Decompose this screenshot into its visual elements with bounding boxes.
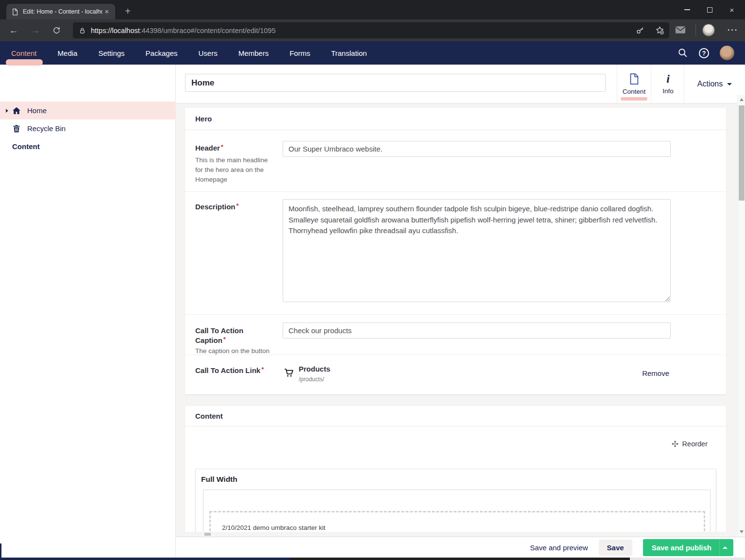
caret-spacer	[6, 127, 8, 131]
property-row-cta-link: Call To Action Link* Products /products/…	[185, 355, 726, 394]
cta-link-url: /products/	[299, 376, 324, 383]
url-text[interactable]: https://localhost:44398/umbraco#/content…	[91, 27, 636, 34]
horizontal-scrollbar[interactable]	[176, 532, 737, 537]
close-icon: ×	[730, 6, 734, 14]
nav-item-forms[interactable]: Forms	[289, 49, 310, 57]
save-button[interactable]: Save	[599, 540, 632, 556]
browser-titlebar: Edit: Home - Content - localhost × + ×	[0, 0, 745, 19]
cart-icon	[284, 368, 294, 378]
hero-group-title: Hero	[195, 115, 212, 123]
save-and-publish-button[interactable]: Save and publish	[643, 539, 733, 556]
header-help-text: This is the main headline for the hero a…	[195, 155, 275, 185]
block-full-width[interactable]: Full Width 2/10/2021 demo umbraco starte…	[195, 469, 716, 532]
new-tab-button[interactable]: +	[122, 6, 134, 17]
tab-close-icon[interactable]: ×	[102, 7, 111, 16]
tab-content-label: Content	[623, 88, 645, 95]
tree-item-label: Recycle Bin	[27, 124, 66, 133]
password-key-icon[interactable]	[636, 26, 644, 35]
mail-icon	[675, 26, 686, 34]
refresh-icon	[52, 26, 61, 34]
toolbar-separator	[695, 24, 696, 36]
active-tab-indicator	[621, 97, 647, 101]
cta-caption-label: Call To Action Caption*	[195, 326, 275, 345]
favorite-star-add-icon[interactable]	[655, 26, 664, 35]
hero-group-card: Hero Header* This is the main headline f…	[185, 108, 726, 394]
page-favicon-icon	[11, 8, 18, 16]
nav-item-translation[interactable]: Translation	[331, 49, 367, 57]
tree-item-recycle-bin[interactable]: Recycle Bin	[0, 119, 176, 137]
scroll-down-arrow[interactable]	[740, 530, 744, 533]
trash-icon	[12, 124, 21, 134]
mail-button[interactable]	[675, 26, 686, 36]
window-minimize-button[interactable]	[676, 0, 698, 19]
browser-menu-button[interactable]: ···	[723, 26, 743, 34]
window-maximize-button[interactable]	[698, 0, 721, 19]
description-textarea[interactable]: Moonfish, steelhead, lamprey southern fl…	[283, 199, 671, 302]
block-inner-area: 2/10/2021 demo umbraco starter kit	[203, 490, 711, 532]
editor-footer-bar: Save and preview Save Save and publish	[176, 537, 745, 558]
vertical-scroll-thumb[interactable]	[739, 105, 745, 201]
nav-item-users[interactable]: Users	[198, 49, 217, 57]
move-icon	[671, 440, 679, 448]
browser-profile-avatar[interactable]	[702, 24, 715, 36]
content-group-header: Content	[185, 406, 726, 426]
chevron-down-icon	[727, 83, 732, 85]
editor-scroll-area: Hero Header* This is the main headline f…	[176, 103, 737, 532]
tab-content[interactable]: Content	[617, 65, 651, 103]
search-icon[interactable]	[677, 48, 688, 58]
content-tree-panel: Content Home Recycle Bin	[0, 65, 176, 558]
home-icon	[12, 106, 21, 116]
nav-item-packages[interactable]: Packages	[146, 49, 178, 57]
document-name-input[interactable]	[185, 74, 606, 92]
required-mark: *	[237, 202, 239, 209]
resize-grip-icon[interactable]	[665, 296, 670, 302]
url-path: :44398/umbraco#/content/content/edit/109…	[140, 27, 276, 34]
refresh-button[interactable]	[50, 24, 63, 37]
remove-link-button[interactable]: Remove	[642, 369, 669, 377]
vertical-scrollbar[interactable]	[737, 95, 745, 537]
block-drop-zone[interactable]: 2/10/2021 demo umbraco starter kit	[209, 511, 705, 532]
chevron-up-icon	[723, 546, 728, 549]
publish-options-toggle[interactable]	[719, 539, 733, 556]
active-section-indicator	[6, 59, 43, 66]
required-mark: *	[221, 143, 223, 151]
block-title: Full Width	[201, 475, 237, 484]
nav-item-content[interactable]: Content	[11, 49, 37, 57]
nav-item-media[interactable]: Media	[58, 49, 78, 57]
save-and-preview-button[interactable]: Save and preview	[530, 543, 588, 552]
maximize-icon	[707, 7, 712, 13]
cta-link-title[interactable]: Products	[299, 365, 330, 373]
actions-dropdown[interactable]: Actions	[684, 65, 745, 103]
document-icon	[629, 73, 639, 85]
user-avatar[interactable]	[720, 46, 734, 60]
expand-caret-icon[interactable]	[6, 109, 8, 113]
nav-item-members[interactable]: Members	[238, 49, 269, 57]
window-close-button[interactable]: ×	[721, 0, 743, 19]
cta-caption-input[interactable]	[283, 322, 671, 339]
back-button[interactable]: ←	[7, 24, 20, 37]
editor-header: Content i Info Actions	[176, 65, 745, 103]
horizontal-scroll-thumb[interactable]	[204, 533, 211, 536]
minimize-icon	[684, 9, 690, 10]
tree-item-home[interactable]: Home	[0, 102, 176, 119]
nav-item-settings[interactable]: Settings	[98, 49, 124, 57]
block-item-text: 2/10/2021 demo umbraco starter kit	[222, 524, 325, 531]
url-bar[interactable]: https://localhost:44398/umbraco#/content…	[73, 22, 669, 38]
cta-link-label: Call To Action Link*	[195, 366, 275, 375]
description-label: Description*	[195, 202, 275, 212]
tab-info[interactable]: i Info	[651, 65, 685, 103]
forward-button[interactable]: →	[29, 24, 42, 37]
save-and-publish-label: Save and publish	[643, 539, 719, 556]
actions-label: Actions	[697, 80, 723, 88]
header-input[interactable]	[283, 141, 671, 157]
browser-tab[interactable]: Edit: Home - Content - localhost ×	[6, 4, 115, 19]
content-group-title: Content	[195, 412, 223, 420]
tab-title: Edit: Home - Content - localhost	[23, 8, 102, 15]
property-row-cta-caption: Call To Action Caption* The caption on t…	[185, 315, 726, 355]
scroll-up-arrow[interactable]	[740, 98, 744, 101]
reorder-button[interactable]: Reorder	[671, 440, 708, 448]
help-icon[interactable]: ?	[699, 48, 709, 58]
window-edge-sliver	[0, 543, 1, 558]
content-group-card: Content Reorder Full Width 2/10/2021 dem…	[185, 406, 726, 532]
info-icon: i	[666, 73, 670, 85]
